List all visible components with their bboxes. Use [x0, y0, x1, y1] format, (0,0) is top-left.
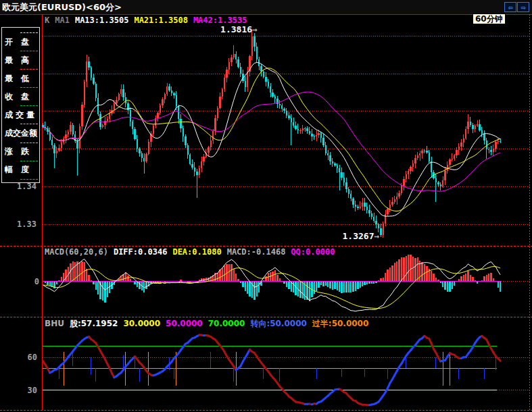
- panel-top-rule: [20, 28, 38, 33]
- axis-label: 60: [28, 353, 37, 362]
- header-segment: 过半:50.0000: [312, 319, 368, 328]
- trading-app-window: 欧元美元(EURUSD)<60分> ⇦ ⇨ 60分钟 开 盘最 高最 低收 盘成…: [0, 0, 532, 412]
- header-segment: 70.0000: [208, 319, 245, 328]
- quote-field-label: 开 盘: [2, 33, 39, 51]
- next-period-button[interactable]: ⇨: [517, 2, 529, 12]
- quote-field-label: 幅 度: [2, 161, 39, 179]
- header-segment: MACD(60,20,6): [45, 247, 108, 257]
- header-segment: MA42:1.3535: [193, 16, 247, 25]
- quote-field-row: 开 盘: [2, 33, 39, 51]
- quote-field-label: 收 盘: [2, 88, 39, 105]
- chart-canvas[interactable]: [0, 0, 532, 412]
- arrow-right-icon: ⇨: [521, 3, 525, 12]
- quote-fields-panel: 开 盘最 高最 低收 盘成 交 量成交金额涨 跌幅 度: [1, 27, 40, 183]
- arrow-left-icon: ⇦: [508, 3, 512, 12]
- header-segment: 转向:50.0000: [250, 319, 306, 328]
- header-segment: MA1: [55, 16, 70, 25]
- axis-label: 1.33: [17, 220, 37, 229]
- header-segment: DIFF:0.0346: [114, 247, 167, 257]
- header-segment: DEA:0.1080: [172, 247, 221, 257]
- quote-field-row: 涨 跌: [2, 143, 39, 161]
- quote-field-label: 涨 跌: [2, 143, 39, 161]
- quote-field-label: 最 低: [2, 70, 39, 87]
- main-price-panel: [42, 30, 501, 238]
- field-rule: [20, 179, 38, 180]
- header-segment: MACD:-0.1468: [227, 247, 286, 257]
- quote-field-row: 成交金额: [2, 124, 39, 143]
- axis-label: 30: [28, 386, 37, 395]
- max-price-annotation: 1.3816→: [220, 24, 258, 34]
- axis-label: 1.34: [17, 182, 37, 191]
- prev-period-button[interactable]: ⇦: [504, 2, 516, 12]
- macd-indicator-header: MACD(60,20,6)DIFF:0.0346DEA:0.1080MACD:-…: [45, 247, 340, 257]
- arrow-right-icon: →: [374, 231, 379, 241]
- arrow-right-icon: →: [252, 24, 258, 34]
- header-segment: 30.0000: [123, 319, 160, 328]
- bhu-panel: [43, 335, 501, 405]
- quote-field-row: 收 盘: [2, 88, 39, 106]
- quote-field-row: 成 交 量: [2, 106, 39, 124]
- header-segment: QQ:0.0000: [291, 247, 335, 257]
- window-title: 欧元美元(EURUSD)<60分>: [2, 1, 122, 14]
- header-segment: MA13:1.3505: [75, 16, 128, 25]
- min-price-annotation: 1.3267→: [343, 231, 380, 241]
- header-segment: 股:57.1952: [70, 319, 118, 328]
- quote-field-label: 最 高: [2, 51, 39, 69]
- period-tooltip: 60分钟: [473, 14, 506, 24]
- bhu-indicator-header: BHU股:57.195230.000050.000070.0000转向:50.0…: [45, 318, 374, 330]
- header-segment: 50.0000: [166, 319, 203, 328]
- main-indicator-header: KMA1MA13:1.3505MA21:1.3508MA42:1.3535: [45, 16, 252, 25]
- macd-panel: [42, 255, 501, 311]
- quote-field-row: 幅 度: [2, 161, 39, 180]
- axis-label: 0: [34, 277, 39, 286]
- quote-field-row: 最 高: [2, 51, 39, 70]
- quote-field-label: 成交金额: [2, 124, 39, 142]
- header-segment: MA21:1.3508: [134, 16, 187, 25]
- title-bar: 欧元美元(EURUSD)<60分>: [0, 0, 532, 14]
- header-segment: BHU: [45, 319, 64, 328]
- quote-field-row: 最 低: [2, 70, 39, 88]
- quote-field-label: 成 交 量: [2, 106, 39, 124]
- header-segment: K: [45, 16, 49, 25]
